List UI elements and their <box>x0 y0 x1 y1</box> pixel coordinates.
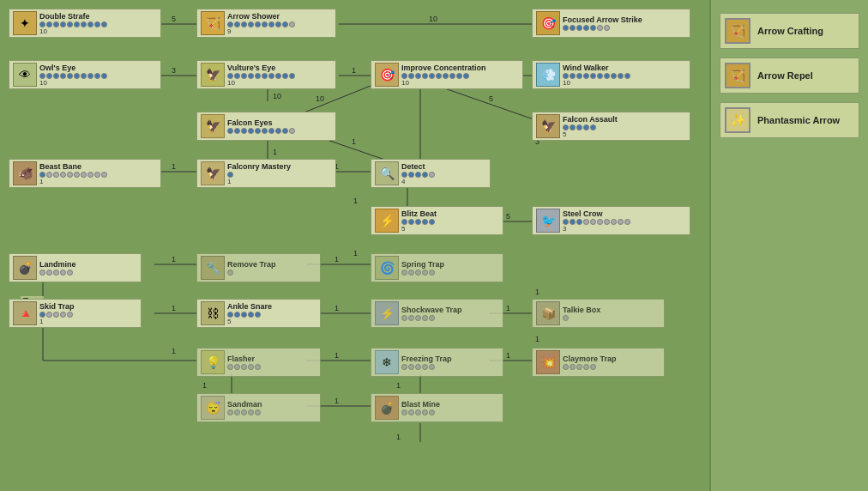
skid-trap-icon: 🔺 <box>13 301 37 325</box>
remove-trap-dots <box>227 270 276 276</box>
falcon-assault-icon: 🦅 <box>536 114 560 138</box>
svg-text:1: 1 <box>396 433 401 441</box>
talkie-box-icon: 📦 <box>536 301 560 325</box>
svg-text:1: 1 <box>172 304 176 312</box>
skill-node-wind-walker[interactable]: 💨 Wind Walker 10 <box>532 60 690 89</box>
shockwave-trap-name: Shockwave Trap <box>401 306 462 314</box>
steel-crow-icon: 🐦 <box>536 209 560 233</box>
steel-crow-dots <box>563 219 630 225</box>
svg-text:5: 5 <box>506 212 510 221</box>
arrow-shower-name: Arrow Shower <box>227 12 295 21</box>
remove-trap-name: Remove Trap <box>227 260 276 269</box>
falcon-eyes-name: Falcon Eyes <box>227 118 295 127</box>
skill-node-steel-crow[interactable]: 🐦 Steel Crow 3 <box>532 206 690 235</box>
double-strafe-icon: ✦ <box>13 11 37 35</box>
falcon-assault-dots <box>563 124 618 130</box>
double-strafe-dots <box>39 21 107 27</box>
detect-icon: 🔍 <box>375 161 399 185</box>
svg-text:1: 1 <box>353 249 358 258</box>
svg-text:1: 1 <box>535 335 539 343</box>
owls-eye-dots <box>39 73 107 79</box>
skill-node-blitz-beat[interactable]: ⚡ Blitz Beat 5 <box>371 206 503 235</box>
svg-text:1: 1 <box>506 304 510 312</box>
falcon-eyes-icon: 🦅 <box>201 114 225 138</box>
improve-concentration-name: Improve Concentration <box>401 64 486 72</box>
skill-node-skid-trap[interactable]: 🔺 Skid Trap 1 <box>9 299 142 328</box>
skill-node-beast-bane[interactable]: 🐗 Beast Bane 1 <box>9 159 161 188</box>
steel-crow-name: Steel Crow <box>563 209 630 218</box>
skill-node-falconry-mastery[interactable]: 🦅 Falconry Mastery 1 <box>196 159 336 188</box>
svg-text:1: 1 <box>352 66 356 75</box>
beast-bane-dots <box>39 172 107 178</box>
shockwave-trap-icon: ⚡ <box>375 301 399 325</box>
skill-node-double-strafe[interactable]: ✦ Double Strafe 10 <box>9 9 161 38</box>
svg-text:1: 1 <box>335 351 339 360</box>
blast-mine-dots <box>401 409 440 415</box>
landmine-icon: 💣 <box>13 256 37 280</box>
claymore-trap-dots <box>563 364 617 370</box>
skill-node-blast-mine[interactable]: 💣 Blast Mine <box>371 393 503 422</box>
svg-text:1: 1 <box>535 288 539 296</box>
skill-tree: 5 10 3 1 9 10 10 5 3 1 1 1 <box>0 0 868 491</box>
arrow-shower-icon: 🏹 <box>201 11 225 35</box>
phantasmic-arrow-label: Phantasmic Arrow <box>757 115 840 125</box>
skill-node-freezing-trap[interactable]: ❄ Freezing Trap <box>371 348 503 377</box>
remove-trap-icon: 🔧 <box>201 256 225 280</box>
falconry-mastery-name: Falconry Mastery <box>227 162 291 171</box>
skill-node-ankle-snare[interactable]: ⛓ Ankle Snare 5 <box>196 299 321 328</box>
phantasmic-arrow-icon: ✨ <box>725 107 750 133</box>
skill-node-claymore-trap[interactable]: 💥 Claymore Trap <box>532 348 665 377</box>
svg-text:1: 1 <box>335 397 339 405</box>
vultures-eye-icon: 🦅 <box>201 63 225 87</box>
detect-name: Detect <box>401 162 435 171</box>
freezing-trap-name: Freezing Trap <box>401 355 452 363</box>
svg-text:1: 1 <box>202 381 207 390</box>
panel-item-arrow-repel[interactable]: 🏹 Arrow Repel <box>720 58 859 94</box>
skill-node-falcon-assault[interactable]: 🦅 Falcon Assault 5 <box>532 112 690 141</box>
skill-node-flasher[interactable]: 💡 Flasher <box>196 348 321 377</box>
improve-concentration-icon: 🎯 <box>375 63 399 87</box>
beast-bane-icon: 🐗 <box>13 161 37 185</box>
svg-text:10: 10 <box>316 94 324 103</box>
arrow-repel-label: Arrow Repel <box>757 70 813 81</box>
skill-node-vultures-eye[interactable]: 🦅 Vulture's Eye 10 <box>196 60 336 89</box>
skill-node-owls-eye[interactable]: 👁 Owl's Eye 10 <box>9 60 161 89</box>
skill-node-detect[interactable]: 🔍 Detect 4 <box>371 159 491 188</box>
skill-node-improve-concentration[interactable]: 🎯 Improve Concentration 10 <box>371 60 523 89</box>
flasher-name: Flasher <box>227 355 261 363</box>
blitz-beat-name: Blitz Beat <box>401 209 437 218</box>
svg-text:3: 3 <box>172 66 176 75</box>
sandman-dots <box>227 409 262 415</box>
panel-item-phantasmic-arrow[interactable]: ✨ Phantasmic Arrow <box>720 102 859 138</box>
blast-mine-name: Blast Mine <box>401 400 440 409</box>
improve-concentration-dots <box>401 73 486 79</box>
focused-arrow-strike-name: Focused Arrow Strike <box>563 15 642 24</box>
skill-node-talkie-box[interactable]: 📦 Talkie Box <box>532 299 665 328</box>
skill-node-falcon-eyes[interactable]: 🦅 Falcon Eyes <box>196 112 336 141</box>
sandman-name: Sandman <box>227 400 262 409</box>
skill-node-landmine[interactable]: 💣 Landmine <box>9 253 142 282</box>
arrow-crafting-icon: 🏹 <box>725 18 750 44</box>
skill-node-arrow-shower[interactable]: 🏹 Arrow Shower 9 <box>196 9 336 38</box>
vultures-eye-dots <box>227 73 295 79</box>
landmine-dots <box>39 270 76 276</box>
skill-node-remove-trap[interactable]: 🔧 Remove Trap <box>196 253 321 282</box>
flasher-icon: 💡 <box>201 350 225 374</box>
double-strafe-name: Double Strafe <box>39 12 107 21</box>
panel-item-arrow-crafting[interactable]: 🏹 Arrow Crafting <box>720 13 859 49</box>
svg-text:1: 1 <box>172 162 176 171</box>
skill-node-sandman[interactable]: 😴 Sandman <box>196 393 321 422</box>
falcon-assault-name: Falcon Assault <box>563 115 618 124</box>
spring-trap-icon: 🌀 <box>375 256 399 280</box>
skill-node-shockwave-trap[interactable]: ⚡ Shockwave Trap <box>371 299 503 328</box>
skill-node-spring-trap[interactable]: 🌀 Spring Trap <box>371 253 503 282</box>
focused-arrow-strike-icon: 🎯 <box>536 11 560 35</box>
skill-node-focused-arrow-strike[interactable]: 🎯 Focused Arrow Strike <box>532 9 690 38</box>
blitz-beat-icon: ⚡ <box>375 209 399 233</box>
svg-text:1: 1 <box>506 351 510 360</box>
svg-text:1: 1 <box>273 148 277 156</box>
arrow-shower-dots <box>227 21 295 27</box>
spring-trap-name: Spring Trap <box>401 260 444 269</box>
svg-text:1: 1 <box>335 304 339 312</box>
talkie-box-name: Talkie Box <box>563 306 600 314</box>
